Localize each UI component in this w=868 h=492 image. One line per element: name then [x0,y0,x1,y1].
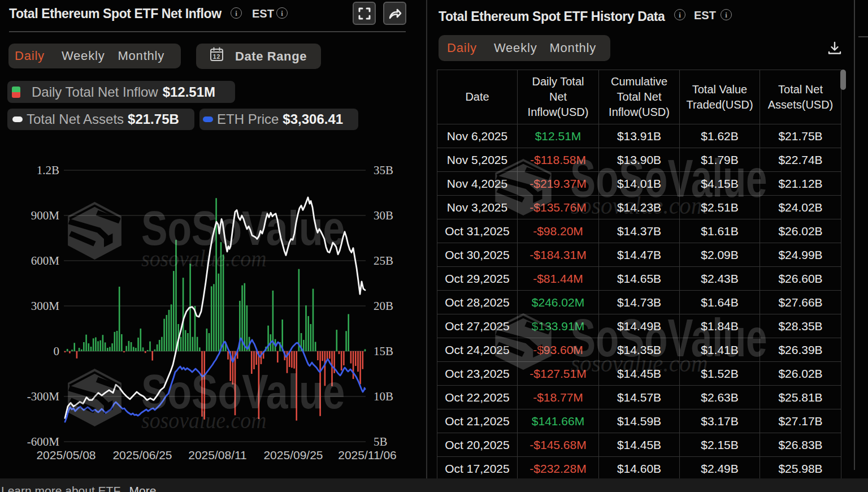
svg-text:5B: 5B [374,435,388,448]
svg-text:-600M: -600M [27,435,59,448]
svg-text:35B: 35B [374,163,393,177]
svg-text:2025/11/06: 2025/11/06 [338,448,397,461]
svg-text:10B: 10B [374,390,393,403]
svg-text:-300M: -300M [27,390,59,403]
svg-text:900M: 900M [31,209,60,222]
svg-text:600M: 600M [31,254,60,267]
svg-text:300M: 300M [31,299,60,313]
svg-text:20B: 20B [374,299,393,313]
svg-text:2025/08/11: 2025/08/11 [188,448,247,461]
svg-text:15B: 15B [374,344,393,358]
svg-text:0: 0 [54,344,60,358]
svg-text:25B: 25B [374,254,393,267]
svg-text:1.2B: 1.2B [37,163,59,177]
svg-text:2025/05/08: 2025/05/08 [36,448,96,461]
svg-text:2025/09/25: 2025/09/25 [263,448,323,461]
svg-text:30B: 30B [374,209,393,222]
svg-text:2025/06/25: 2025/06/25 [112,448,172,461]
